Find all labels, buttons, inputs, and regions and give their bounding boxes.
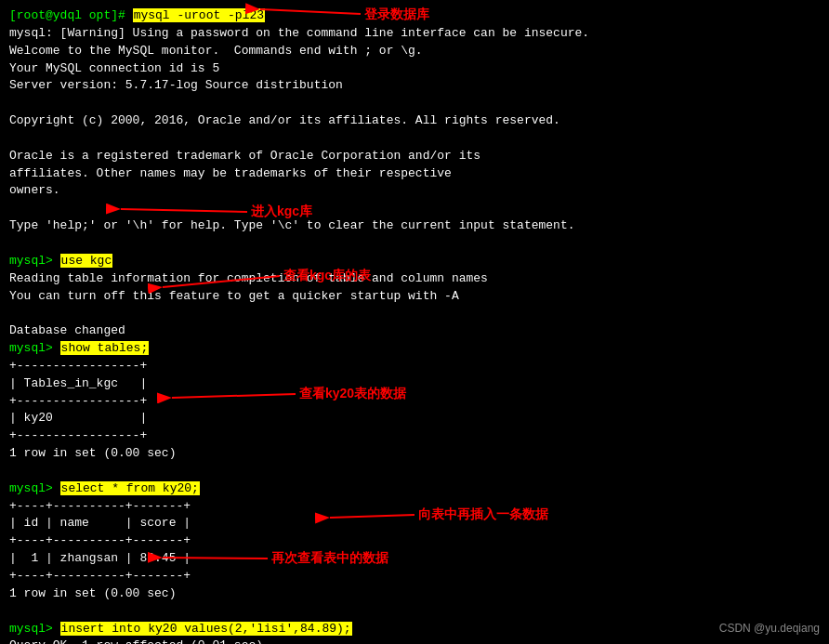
line-blank-4 (9, 235, 820, 253)
line-1: [root@ydql opt]# mysql -uroot -pl23 (9, 7, 820, 25)
cmd-1: mysql -uroot -pl23 (133, 8, 265, 22)
line-5: Server version: 5.7.17-log Source distri… (9, 77, 820, 95)
prompt-3: mysql> (9, 341, 60, 355)
line-8: affiliates. Other names may be trademark… (9, 165, 820, 183)
line-blank-5 (9, 305, 820, 322)
line-20: +----+----------+-------+ (9, 498, 820, 516)
cmd-select1: select * from ky20; (60, 481, 200, 495)
line-24: +----+----------+-------+ (9, 568, 820, 585)
line-6: Copyright (c) 2000, 2016, Oracle and/or … (9, 112, 820, 130)
line-14: +-----------------+ (9, 358, 820, 375)
line-17: | ky20 | (9, 410, 820, 427)
line-22: +----+----------+-------+ (9, 532, 820, 550)
line-25: 1 row in set (0.00 sec) (9, 585, 820, 603)
prompt-1: [root@ydql opt]# (9, 8, 133, 22)
line-3: Welcome to the MySQL monitor. Commands e… (9, 43, 820, 60)
line-blank-1 (9, 95, 820, 112)
line-show-tables: mysql> show tables; (9, 340, 820, 358)
prompt-5: mysql> (9, 622, 60, 636)
line-use-kgc: mysql> use kgc (9, 253, 820, 270)
line-26: Query OK, 1 row affected (0.01 sec) (9, 637, 820, 644)
line-blank-7 (9, 603, 820, 621)
line-12: You can turn off this feature to get a q… (9, 288, 820, 306)
line-19: 1 row in set (0.00 sec) (9, 445, 820, 463)
line-select1: mysql> select * from ky20; (9, 480, 820, 498)
line-9: owners. (9, 182, 820, 200)
line-21: | id | name | score | (9, 515, 820, 532)
line-13: Database changed (9, 322, 820, 340)
csdn-watermark: CSDN @yu.deqiang (719, 622, 820, 635)
cmd-insert: insert into ky20 values(2,'lisi',84.89); (60, 622, 352, 636)
line-10: Type 'help;' or '\h' for help. Type '\c'… (9, 217, 820, 235)
cmd-use-kgc: use kgc (60, 254, 113, 268)
line-insert: mysql> insert into ky20 values(2,'lisi',… (9, 621, 820, 638)
line-blank-2 (9, 130, 820, 148)
cmd-show-tables: show tables; (60, 341, 150, 355)
line-16: +-----------------+ (9, 393, 820, 411)
line-11: Reading table information for completion… (9, 270, 820, 288)
prompt-2: mysql> (9, 254, 60, 268)
line-18: +-----------------+ (9, 427, 820, 445)
line-23: | 1 | zhangsan | 86.45 | (9, 550, 820, 568)
line-2: mysql: [Warning] Using a password on the… (9, 25, 820, 43)
line-15: | Tables_in_kgc | (9, 375, 820, 393)
line-4: Your MySQL connection id is 5 (9, 60, 820, 78)
line-blank-6 (9, 463, 820, 480)
line-7: Oracle is a registered trademark of Orac… (9, 148, 820, 165)
line-blank-3 (9, 200, 820, 217)
prompt-4: mysql> (9, 481, 60, 495)
terminal: [root@ydql opt]# mysql -uroot -pl23 mysq… (0, 0, 829, 644)
